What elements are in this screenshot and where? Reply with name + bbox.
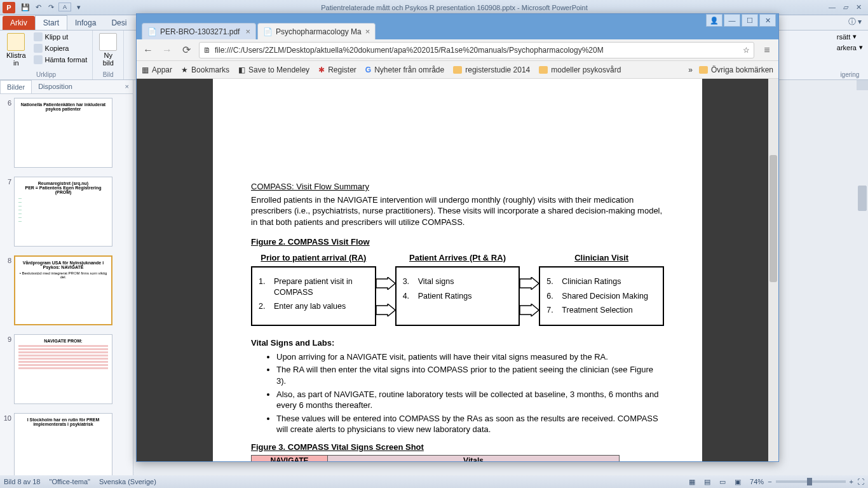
google-icon: G xyxy=(365,65,371,74)
bm-register[interactable]: ✱Register xyxy=(318,65,356,74)
cut-button[interactable]: Klipp ut xyxy=(32,32,89,42)
slide-thumb[interactable]: 10I Stockholm har en rutin för PREM impl… xyxy=(3,413,130,475)
svg-marker-0 xyxy=(376,277,395,290)
bm-modeller[interactable]: modeller psykosvård xyxy=(539,65,621,74)
bm-nyheter[interactable]: GNyheter från område xyxy=(365,65,444,74)
vertical-scrollbar[interactable] xyxy=(857,80,868,475)
qat-font-box[interactable]: A xyxy=(58,3,71,11)
pane-close-icon[interactable]: × xyxy=(121,80,133,93)
tab-design[interactable]: Desi xyxy=(104,16,134,30)
file-icon: 🗎 xyxy=(203,46,211,55)
select-button[interactable]: arkera ▾ xyxy=(836,43,864,52)
replace-button[interactable]: rsätt ▾ xyxy=(836,32,864,41)
apps-grid-icon: ▦ xyxy=(142,65,149,74)
fit-icon[interactable]: ⛶ xyxy=(857,478,864,485)
chrome-maximize-icon[interactable]: ☐ xyxy=(742,14,758,27)
thumb-number: 9 xyxy=(3,334,11,404)
view-sorter-icon[interactable]: ▤ xyxy=(704,478,710,486)
chrome-tab-1[interactable]: 📄 PER-BRO-1303271.pdf × xyxy=(142,23,256,39)
bm-reg2014[interactable]: registerstudie 2014 xyxy=(453,65,530,74)
slide-thumb[interactable]: 8Vårdprogram USA för Nyinsjuknande i Psy… xyxy=(3,255,130,325)
viewer-scrollbar[interactable] xyxy=(768,79,778,461)
zoom-out-icon[interactable]: − xyxy=(768,478,771,485)
bm-overflow-icon[interactable]: » xyxy=(688,65,693,74)
chrome-minimize-icon[interactable]: — xyxy=(724,14,740,27)
thumb-number: 10 xyxy=(3,413,11,475)
menu-icon[interactable]: ≡ xyxy=(761,44,773,57)
address-bar[interactable]: 🗎 file:///C:/Users/2ZLM/Desktop/aktuella… xyxy=(199,42,754,58)
pane-tab-outline[interactable]: Disposition xyxy=(32,80,79,93)
tab-close-icon[interactable]: × xyxy=(365,27,370,36)
minimize-icon[interactable]: — xyxy=(829,3,836,11)
chrome-tab-2-title: Psychopharmacology Ma xyxy=(276,27,362,36)
pane-tab-slides[interactable]: Bilder xyxy=(0,80,32,93)
bm-other[interactable]: Övriga bokmärken xyxy=(699,65,773,74)
chrome-tab-2[interactable]: 📄 Psychopharmacology Ma × xyxy=(257,23,376,39)
ribbon-help-icon[interactable]: ⓘ ▾ xyxy=(842,14,868,30)
status-language[interactable]: Svenska (Sverige) xyxy=(99,478,156,485)
col3-box: 5.Clinician Ratings 6.Shared Decision Ma… xyxy=(539,266,664,327)
slide-thumb[interactable]: 7Reumaregistret (srq.nu)PER = Patientens… xyxy=(3,177,130,247)
bm-bookmarks[interactable]: ★Bookmarks xyxy=(181,65,229,74)
tab-home[interactable]: Start xyxy=(35,15,67,30)
forward-button[interactable]: → xyxy=(161,44,173,57)
intro-paragraph: Enrolled patients in the NAVIGATE interv… xyxy=(251,194,664,228)
group-slides-label: Bild xyxy=(97,71,119,78)
restore-icon[interactable]: ▱ xyxy=(843,3,848,11)
pdf-viewer[interactable]: COMPASS: Visit Flow Summary Enrolled pat… xyxy=(137,79,778,461)
status-bar: Bild 8 av 18 "Office-tema" Svenska (Sver… xyxy=(0,475,868,488)
zoom-slider[interactable] xyxy=(776,480,846,483)
back-button[interactable]: ← xyxy=(142,44,154,57)
bm-apps[interactable]: ▦Appar xyxy=(142,65,172,74)
scroll-up-icon[interactable] xyxy=(857,80,868,90)
chrome-close-icon[interactable]: ✕ xyxy=(759,14,776,27)
arrow-icon xyxy=(520,263,539,316)
status-slide: Bild 8 av 18 xyxy=(4,478,40,485)
star-icon[interactable]: ☆ xyxy=(743,46,750,55)
slide-thumb[interactable]: 9NAVIGATE PROM: xyxy=(3,334,130,404)
thumb-preview[interactable]: Reumaregistret (srq.nu)PER = Patientens … xyxy=(14,177,112,247)
thumb-preview[interactable]: Vårdprogram USA för Nyinsjuknande i Psyk… xyxy=(14,255,112,325)
asterisk-icon: ✱ xyxy=(318,65,325,74)
thumb-preview[interactable]: NAVIGATE PROM: xyxy=(14,334,112,404)
slide-thumb[interactable]: 6Nationella Patientenkäten har inkludera… xyxy=(3,98,130,168)
tab-file[interactable]: Arkiv xyxy=(3,16,35,30)
view-reading-icon[interactable]: ▭ xyxy=(719,478,726,486)
redo-icon[interactable]: ↷ xyxy=(46,3,56,13)
brush-icon xyxy=(34,55,43,64)
close-icon[interactable]: ✕ xyxy=(856,3,862,11)
thumb-preview[interactable]: Nationella Patientenkäten har inkluderat… xyxy=(14,98,112,168)
qat-dropdown-icon[interactable]: ▾ xyxy=(74,3,84,13)
view-slideshow-icon[interactable]: ▣ xyxy=(735,478,741,486)
save-icon[interactable]: 💾 xyxy=(20,3,31,13)
thumb-preview[interactable]: I Stockholm har en rutin för PREM implem… xyxy=(14,413,112,475)
zoom-in-icon[interactable]: + xyxy=(850,478,853,485)
col2-heading: Patient Arrives (Pt & RA) xyxy=(395,253,520,262)
slides-pane: Bilder Disposition × 6Nationella Patient… xyxy=(0,80,133,475)
format-painter-button[interactable]: Hämta format xyxy=(32,55,89,65)
svg-marker-3 xyxy=(520,304,539,316)
vital-signs-heading: Vital Signs and Labs: xyxy=(251,337,664,349)
chrome-user-icon[interactable]: 👤 xyxy=(706,14,722,27)
mendeley-icon: ◧ xyxy=(238,65,245,74)
bookmarks-bar: ▦Appar ★Bookmarks ◧Save to Mendeley ✱Reg… xyxy=(137,61,778,79)
tab-insert[interactable]: Infoga xyxy=(67,16,104,30)
section-heading: COMPASS: Visit Flow Summary xyxy=(251,182,369,191)
figure2-flow: Prior to patient arrival (RA) 1.Prepare … xyxy=(251,253,664,327)
window-title: Patientrelaterade mått och Psykos R pres… xyxy=(86,4,822,11)
new-slide-button[interactable]: Nybild xyxy=(97,32,119,68)
folder-icon xyxy=(699,66,708,74)
col1-heading: Prior to patient arrival (RA) xyxy=(251,253,376,262)
bm-mendeley[interactable]: ◧Save to Mendeley xyxy=(238,65,309,74)
zoom-control[interactable]: 74% − + ⛶ xyxy=(750,478,864,485)
chrome-tabstrip: 📄 PER-BRO-1303271.pdf × 📄 Psychopharmaco… xyxy=(137,22,778,39)
reload-button[interactable]: ⟳ xyxy=(180,44,193,57)
scissors-icon xyxy=(34,32,43,41)
scroll-thumb[interactable] xyxy=(858,186,867,211)
thumb-number: 8 xyxy=(3,255,11,325)
undo-icon[interactable]: ↶ xyxy=(33,3,43,13)
tab-close-icon[interactable]: × xyxy=(245,27,250,36)
copy-button[interactable]: Kopiera xyxy=(32,43,89,53)
view-normal-icon[interactable]: ▦ xyxy=(689,478,695,486)
paste-button[interactable]: Klistrain xyxy=(4,32,29,68)
